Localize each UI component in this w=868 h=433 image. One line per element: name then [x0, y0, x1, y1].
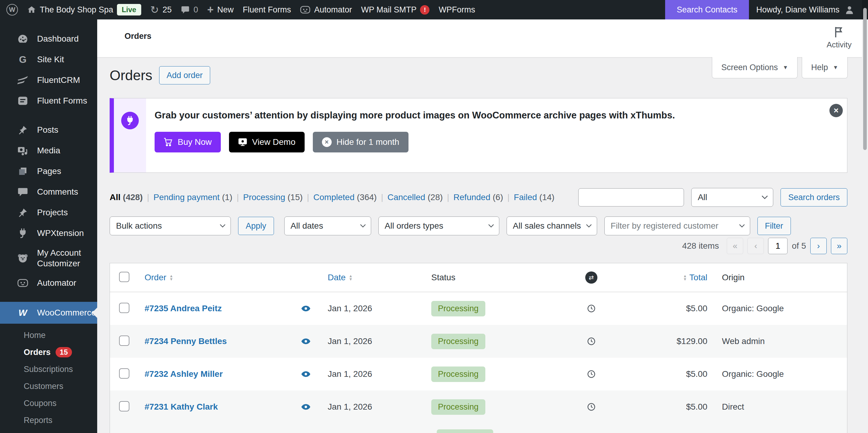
site-name-menu[interactable]: The Body Shop Spa Live — [23, 0, 146, 20]
status-badge: Processing — [431, 301, 485, 316]
sidebar-item-media[interactable]: Media — [0, 140, 97, 161]
renewal-clock-icon[interactable] — [587, 304, 596, 313]
apply-button[interactable]: Apply — [238, 217, 274, 235]
order-column-header[interactable]: Order ▲▼ — [133, 273, 295, 282]
dismiss-notice-icon[interactable]: × — [830, 104, 843, 117]
search-orders-button[interactable]: Search orders — [780, 188, 847, 207]
sales-channels-select[interactable]: All sales channels — [506, 216, 597, 235]
row-check-cell — [110, 368, 133, 380]
preview-eye-icon[interactable] — [301, 338, 311, 345]
sidebar-item-wc-subscriptions[interactable]: Subscriptions — [0, 361, 97, 378]
help-tab[interactable]: Help ▼ — [802, 57, 848, 78]
sidebar-item-wc-customers[interactable]: Customers — [0, 378, 97, 395]
new-content-menu[interactable]: + New — [203, 0, 238, 20]
comments-menu[interactable]: 0 — [176, 0, 203, 20]
sidebar-item-site-kit[interactable]: G Site Kit — [0, 49, 97, 70]
registered-customer-select[interactable]: Filter by registered customer — [604, 216, 750, 235]
origin-cell: Web admin — [707, 336, 847, 346]
renewal-clock-icon[interactable] — [587, 337, 596, 346]
hide-notice-button[interactable]: × Hide for 1 month — [313, 132, 408, 152]
robot-icon — [300, 6, 310, 14]
select-all-checkbox[interactable] — [119, 272, 129, 282]
status-count: (364) — [357, 192, 377, 202]
last-page-button[interactable]: » — [831, 238, 847, 254]
preview-eye-icon[interactable] — [301, 305, 311, 312]
sidebar-item-comments[interactable]: Comments — [0, 182, 97, 202]
preview-eye-icon[interactable] — [301, 404, 311, 410]
sidebar-item-wc-home[interactable]: Home — [0, 327, 97, 344]
renewal-clock-icon[interactable] — [587, 402, 596, 411]
sidebar-item-pages[interactable]: Pages — [0, 161, 97, 182]
status-filter-refunded[interactable]: Refunded (6) — [454, 192, 503, 202]
notice-buttons: Buy Now View Demo × Hide for 1 month — [155, 132, 675, 152]
order-types-select[interactable]: All orders types — [378, 216, 499, 235]
sidebar-item-wc-coupons[interactable]: Coupons — [0, 395, 97, 412]
bulk-actions-select[interactable]: Bulk actions — [110, 216, 231, 235]
search-filter-select[interactable]: All — [691, 188, 773, 207]
search-contacts-button[interactable]: Search Contacts — [665, 0, 749, 20]
view-demo-button[interactable]: View Demo — [229, 132, 305, 152]
order-link[interactable]: #7235 Andrea Peitz — [145, 304, 222, 313]
status-filter-completed[interactable]: Completed (364) — [313, 192, 377, 202]
wpforms-menu[interactable]: WPForms — [434, 0, 479, 20]
status-column-header: Status — [426, 273, 578, 282]
renewal-clock-icon[interactable] — [587, 370, 596, 379]
screen-options-tab[interactable]: Screen Options ▼ — [712, 57, 798, 78]
sidebar-item-label: Dashboard — [37, 34, 79, 44]
sidebar-item-fluentcrm[interactable]: FluentCRM — [0, 70, 97, 91]
status-filter-failed[interactable]: Failed (14) — [514, 192, 555, 202]
separator: | — [447, 192, 449, 202]
scrollbar[interactable] — [862, 0, 868, 433]
row-checkbox[interactable] — [119, 303, 129, 313]
sidebar-item-wc-orders[interactable]: Orders 15 — [0, 344, 97, 361]
orders-table: Order ▲▼ Date ▲▼ Status ⇄ — [110, 263, 847, 433]
sidebar-item-dashboard[interactable]: Dashboard — [0, 29, 97, 49]
row-checkbox[interactable] — [119, 336, 129, 346]
status-filter-all[interactable]: All (428) — [110, 192, 143, 202]
activity-button[interactable]: Activity — [827, 26, 851, 50]
sidebar-item-projects[interactable]: Projects — [0, 202, 97, 223]
buy-now-button[interactable]: Buy Now — [155, 132, 221, 152]
status-filter-processing[interactable]: Processing (15) — [243, 192, 303, 202]
search-input[interactable] — [578, 188, 684, 207]
sidebar-item-woocommerce[interactable]: W WooCommerce — [0, 302, 97, 324]
sidebar-item-wpxtension[interactable]: WPXtension — [0, 223, 97, 244]
next-page-button[interactable]: › — [810, 238, 827, 254]
order-link[interactable]: #7231 Kathy Clark — [145, 402, 218, 411]
order-link[interactable]: #7232 Ashley Miller — [145, 369, 223, 379]
sidebar-item-wc-reports[interactable]: Reports — [0, 412, 97, 429]
current-page-input[interactable] — [768, 238, 787, 254]
row-checkbox[interactable] — [119, 368, 129, 379]
status-filter-cancelled[interactable]: Cancelled (28) — [388, 192, 443, 202]
add-order-button[interactable]: Add order — [159, 66, 211, 85]
sidebar-item-my-account-customizer[interactable]: My Account Customizer — [0, 244, 97, 273]
warning-badge: ! — [420, 5, 429, 14]
filter-button[interactable]: Filter — [757, 217, 791, 235]
first-page-button[interactable]: « — [727, 238, 743, 254]
screen-options-label: Screen Options — [721, 63, 778, 72]
my-account-menu[interactable]: Howdy, Diane Williams — [749, 5, 862, 15]
wp-mail-smtp-menu[interactable]: WP Mail SMTP ! — [356, 0, 434, 20]
prev-page-button[interactable]: ‹ — [747, 238, 764, 254]
preview-eye-icon[interactable] — [301, 371, 311, 377]
select-value: All dates — [291, 221, 323, 231]
total-column-header[interactable]: ▲▼ Total — [605, 273, 707, 282]
order-link[interactable]: #7234 Penny Bettles — [145, 336, 227, 346]
row-checkbox[interactable] — [119, 401, 129, 411]
status-filter-pending[interactable]: Pending payment (1) — [153, 192, 232, 202]
updates-menu[interactable]: ↻ 25 — [146, 0, 177, 20]
column-label: Status — [431, 273, 455, 282]
dates-select[interactable]: All dates — [284, 216, 371, 235]
date-column-header[interactable]: Date ▲▼ — [316, 273, 426, 282]
automator-menu[interactable]: Automator — [296, 0, 356, 20]
pagination: 428 items « ‹ of 5 › » — [110, 237, 847, 255]
sidebar-item-automator[interactable]: Automator — [0, 273, 97, 293]
fluent-forms-menu[interactable]: Fluent Forms — [238, 0, 296, 20]
table-row-partial — [110, 423, 847, 433]
sidebar-item-posts[interactable]: Posts — [0, 120, 97, 140]
wordpress-menu[interactable]: W — [0, 0, 23, 20]
sidebar-item-fluent-forms[interactable]: Fluent Forms — [0, 91, 97, 111]
scrollbar-thumb[interactable] — [863, 8, 867, 150]
sidebar-item-label: FluentCRM — [37, 75, 80, 85]
total-cell: $5.00 — [605, 369, 707, 379]
